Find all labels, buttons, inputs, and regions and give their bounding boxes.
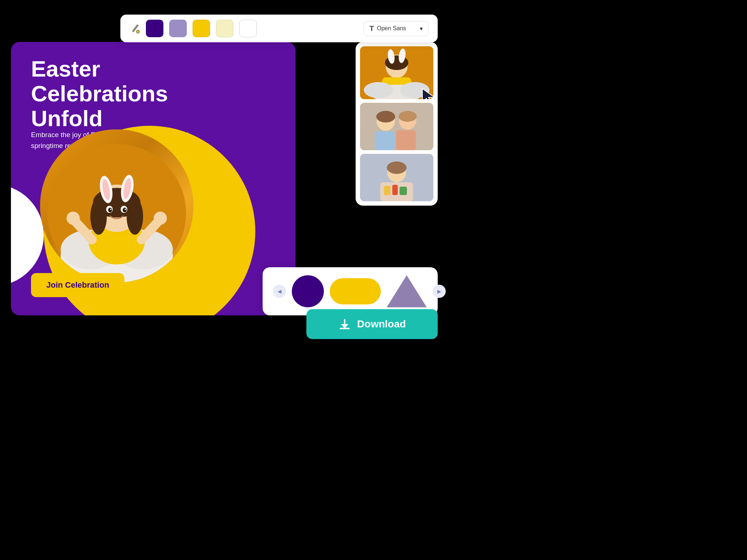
photo-strip-panel [356, 42, 438, 206]
photo-item-1 [360, 46, 433, 99]
svg-rect-39 [375, 131, 395, 150]
cursor-arrow [421, 87, 433, 99]
svg-point-0 [136, 30, 139, 33]
shape-triangle [387, 275, 427, 307]
svg-point-38 [399, 111, 417, 122]
shape-pill [330, 278, 381, 304]
white-semicircle-decoration [11, 184, 44, 286]
svg-point-9 [127, 198, 143, 235]
svg-point-22 [66, 211, 80, 225]
photo-item-2 [360, 103, 433, 150]
download-icon [338, 318, 351, 331]
svg-point-18 [110, 209, 112, 210]
shapes-next-button[interactable]: ▶ [433, 285, 446, 298]
svg-point-19 [125, 209, 126, 210]
color-swatch-light-yellow[interactable] [216, 20, 233, 37]
svg-rect-45 [384, 186, 391, 195]
download-label: Download [357, 318, 406, 330]
color-swatch-lavender[interactable] [169, 20, 187, 37]
svg-point-8 [90, 198, 107, 235]
svg-marker-33 [422, 89, 433, 99]
shapes-prev-button[interactable]: ◀ [273, 285, 286, 298]
svg-point-36 [376, 111, 395, 122]
banner-card: Easter Celebrations Unfold Embrace the j… [11, 42, 295, 315]
banner-title: Easter Celebrations Unfold [31, 57, 243, 131]
toolbar: T Open Sans ▾ [120, 15, 438, 42]
svg-rect-40 [396, 130, 416, 150]
svg-point-23 [154, 211, 167, 225]
font-selector[interactable]: T Open Sans ▾ [363, 21, 429, 36]
fill-icon[interactable] [129, 23, 140, 34]
color-swatch-yellow[interactable] [193, 20, 210, 37]
color-swatch-white[interactable] [239, 20, 257, 37]
font-name: Open Sans [377, 25, 406, 32]
girl-photo-circle [40, 129, 193, 283]
svg-point-16 [108, 208, 112, 213]
shapes-panel: ◀ ▶ [263, 267, 438, 315]
svg-point-31 [364, 82, 393, 98]
dropdown-arrow: ▾ [420, 25, 423, 32]
shape-circle [292, 275, 324, 307]
text-icon: T [369, 24, 374, 33]
svg-point-17 [123, 208, 127, 213]
svg-point-43 [387, 162, 407, 174]
photo-item-3 [360, 154, 433, 201]
join-celebration-button[interactable]: Join Celebration [31, 273, 124, 297]
svg-rect-47 [400, 187, 407, 195]
svg-rect-46 [392, 185, 398, 195]
color-swatch-purple[interactable] [146, 20, 163, 37]
download-button[interactable]: Download [306, 309, 438, 339]
